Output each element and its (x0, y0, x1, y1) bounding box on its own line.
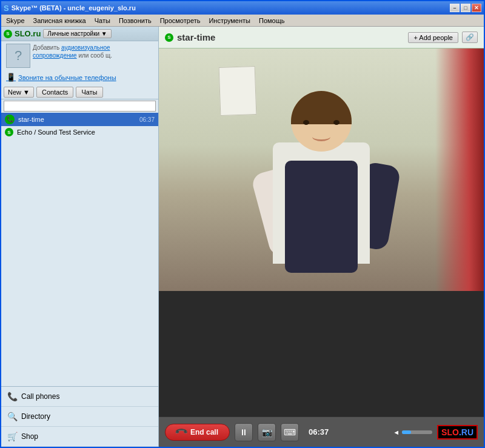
window-title: Skype™ (BETA) - uncle_eugeniy_slo.ru (12, 4, 136, 12)
contact-status-icon: 📞 (5, 115, 15, 124)
contact-item-echo[interactable]: S Echo / Sound Test Service (1, 126, 158, 138)
call-phones-icon: 📞 (7, 392, 18, 401)
main-content: S SLO.ru Личные настройки ▼ ? Добавить а… (1, 27, 484, 447)
app-window: S Skype™ (BETA) - uncle_eugeniy_slo.ru –… (0, 0, 485, 448)
end-call-button[interactable]: 📞 End call (165, 424, 230, 441)
shop-icon: 🛒 (7, 432, 18, 441)
menu-chats[interactable]: Чаты (91, 16, 114, 25)
add-text-suffix: или сооб щ. (77, 52, 112, 59)
video-feed (159, 48, 484, 291)
audio-link[interactable]: аудиовизуальное (61, 44, 110, 51)
phone-link-text: Звоните на обычные телефоны (18, 74, 116, 81)
call-contact-row: S star-time (165, 32, 215, 42)
close-button[interactable]: ✕ (472, 4, 481, 12)
status-area: ? Добавить аудиовизуальное сопровождение… (1, 41, 158, 70)
person-silhouette (236, 91, 406, 291)
volume-bar[interactable] (402, 430, 432, 434)
volume-icon: ◄ (393, 429, 400, 436)
accompany-link[interactable]: сопровождение (33, 52, 77, 59)
menu-call[interactable]: Позвонить (115, 16, 155, 25)
camera-button[interactable]: 📷 (258, 423, 276, 441)
call-header-buttons: + Add people 🔗 (408, 32, 478, 43)
call-controls: 📞 End call ⏸ 📷 ⌨ 06:37 ◄ SLO.RU (159, 416, 484, 447)
smile (312, 132, 330, 141)
add-text-prefix: Добавить (33, 44, 61, 51)
profile-name: SLO.ru (15, 29, 41, 38)
contact-time-1: 06:37 (139, 116, 155, 123)
add-people-button[interactable]: + Add people (408, 32, 458, 43)
directory-icon: 🔍 (7, 412, 18, 421)
call-phones-link[interactable]: 📞 Call phones (1, 387, 158, 407)
person-face (297, 114, 346, 144)
search-input[interactable] (4, 101, 156, 112)
toolbar-row: New ▼ Contacts Чаты (1, 84, 158, 99)
video-below-area (159, 291, 484, 416)
shop-link[interactable]: 🛒 Shop (1, 427, 158, 447)
contact-item-star-time[interactable]: 📞 star-time 06:37 (1, 113, 158, 126)
eye-right (333, 120, 340, 125)
contact-status-icon-2: S (5, 128, 13, 136)
status-icon: S (4, 30, 12, 38)
end-call-phone-icon: 📞 (175, 425, 189, 439)
menu-tools[interactable]: Инструменты (205, 16, 254, 25)
slo-logo: SLO.RU (437, 425, 478, 440)
minimize-button[interactable]: – (450, 4, 460, 12)
pause-button[interactable]: ⏸ (235, 423, 253, 441)
person-head (291, 91, 352, 152)
shop-label: Shop (21, 432, 38, 441)
share-button[interactable]: 🔗 (462, 32, 478, 43)
call-timer: 06:37 (309, 427, 329, 436)
call-contact-icon: S (165, 33, 173, 42)
dialpad-button[interactable]: ⌨ (281, 423, 299, 441)
volume-fill (402, 430, 411, 434)
call-header: S star-time + Add people 🔗 (159, 27, 484, 48)
directory-link[interactable]: 🔍 Directory (1, 407, 158, 427)
bottom-links: 📞 Call phones 🔍 Directory 🛒 Shop (1, 386, 158, 447)
right-panel: S star-time + Add people 🔗 (159, 27, 484, 447)
menu-help[interactable]: Помощь (255, 16, 289, 25)
chats-button[interactable]: Чаты (76, 87, 102, 98)
curtain (435, 48, 484, 291)
call-contact-name: star-time (177, 32, 215, 42)
maximize-button[interactable]: □ (461, 4, 470, 12)
new-button[interactable]: New ▼ (4, 87, 34, 98)
titlebar-title: S Skype™ (BETA) - uncle_eugeniy_slo.ru (4, 4, 136, 13)
video-area (159, 48, 484, 416)
settings-button[interactable]: Личные настройки ▼ (43, 29, 111, 38)
menu-notebook[interactable]: Записная книжка (30, 16, 90, 25)
person-shirt-dark (285, 161, 358, 273)
contact-name-1: star-time (18, 116, 136, 123)
eye-left (303, 120, 309, 125)
profile-area: S SLO.ru Личные настройки ▼ (1, 27, 158, 41)
phone-link[interactable]: 📱 Звоните на обычные телефоны (1, 70, 158, 84)
menu-view[interactable]: Просмотреть (156, 16, 204, 25)
contact-list: 📞 star-time 06:37 S Echo / Sound Test Se… (1, 113, 158, 386)
titlebar-buttons: – □ ✕ (450, 4, 481, 12)
directory-label: Directory (21, 412, 50, 421)
volume-area: ◄ (393, 429, 432, 436)
phone-icon: 📱 (6, 73, 16, 82)
titlebar: S Skype™ (BETA) - uncle_eugeniy_slo.ru –… (1, 1, 484, 15)
contacts-button[interactable]: Contacts (36, 87, 73, 98)
left-panel: S SLO.ru Личные настройки ▼ ? Добавить а… (1, 27, 159, 447)
avatar-placeholder: ? (6, 44, 30, 68)
skype-title-icon: S (4, 4, 9, 13)
status-text: Добавить аудиовизуальное сопровождение и… (33, 44, 153, 59)
contact-name-2: Echo / Sound Test Service (17, 129, 151, 136)
menu-skype[interactable]: Skype (2, 16, 28, 25)
call-phones-label: Call phones (21, 392, 59, 401)
end-call-label: End call (190, 428, 218, 436)
menubar: Skype Записная книжка Чаты Позвонить Про… (1, 15, 484, 27)
profile-row: S SLO.ru Личные настройки ▼ (4, 29, 156, 38)
